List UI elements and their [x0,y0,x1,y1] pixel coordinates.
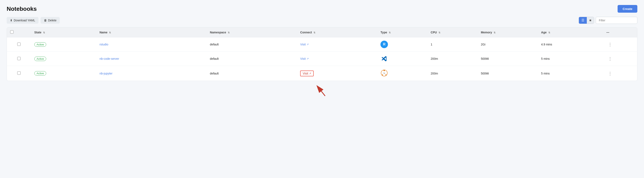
row3-checkbox[interactable] [17,71,20,75]
row2-type [377,52,427,66]
memory-sort-icon: ⇅ [494,31,496,34]
create-button[interactable]: Create [618,5,637,13]
trash-icon: 🗑 [44,19,47,22]
row2-age: 5 mins [538,52,603,66]
row1-visit-link[interactable]: Visit ↗ [300,43,308,46]
row3-checkbox-cell [7,66,31,81]
delete-button[interactable]: 🗑 Delete [40,17,60,24]
row2-external-link-icon: ↗ [306,57,309,60]
table-row: Active nb-jupyter default Visit ↗ [7,66,637,81]
row2-actions-cell: ⋮ [603,52,637,66]
age-sort-icon: ⇅ [548,31,550,34]
row3-age: 5 mins [538,66,603,81]
header-type[interactable]: Type ⇅ [377,27,427,37]
row2-checkbox[interactable] [17,57,20,60]
row2-connect: Visit ↗ [297,52,377,66]
connect-label: Connect [300,31,312,34]
table-body: Active rstudio default Visit ↗ R 1 2Gi [7,37,637,81]
red-arrow-indicator [314,85,330,97]
filter-input[interactable] [596,17,637,24]
row1-actions-button[interactable]: ⋮ [606,41,614,47]
select-all-checkbox[interactable] [10,30,14,34]
row1-type-icon-r: R [380,41,388,48]
list-view-button[interactable]: ☰ [579,17,587,24]
page-title: Notebooks [7,5,37,12]
grid-view-button[interactable]: ■ [587,17,594,24]
grid-view-icon: ■ [589,18,591,22]
notebooks-table-container: State ⇅ Name ⇅ Namespace ⇅ Connect ⇅ Typ… [7,27,637,81]
row1-actions-cell: ⋮ [603,37,637,52]
header-cpu[interactable]: CPU ⇅ [428,27,478,37]
view-toggle: ☰ ■ [579,17,594,24]
arrow-container [7,85,637,97]
row3-actions-cell: ⋮ [603,66,637,81]
row3-type-icon-jupyter: Ju [380,69,388,77]
header-age[interactable]: Age ⇅ [538,27,603,37]
toolbar: ⬇ Download YAML 🗑 Delete ☰ ■ [7,17,637,24]
list-view-icon: ☰ [582,18,584,22]
row2-namespace: default [206,52,297,66]
row3-memory: 500Mi [478,66,538,81]
name-sort-icon: ⇅ [109,31,111,34]
row2-checkbox-cell [7,52,31,66]
row1-age: 4.9 mins [538,37,603,52]
row1-state: Active [31,37,96,52]
cpu-sort-icon: ⇅ [438,31,440,34]
download-yaml-button[interactable]: ⬇ Download YAML [7,17,38,24]
table-row: Active rstudio default Visit ↗ R 1 2Gi [7,37,637,52]
toolbar-left: ⬇ Download YAML 🗑 Delete [7,17,60,24]
row3-namespace: default [206,66,297,81]
age-label: Age [541,31,546,34]
row2-cpu: 200m [428,52,478,66]
row1-visit-label: Visit [300,43,306,46]
download-icon: ⬇ [10,19,12,22]
download-yaml-label: Download YAML [14,19,35,22]
row1-namespace: default [206,37,297,52]
row1-memory: 2Gi [478,37,538,52]
page-header: Notebooks Create [7,5,637,13]
row2-memory: 500Mi [478,52,538,66]
header-connect[interactable]: Connect ⇅ [297,27,377,37]
row3-state-badge: Active [34,71,46,76]
header-checkbox-cell [7,27,31,37]
row3-state: Active [31,66,96,81]
delete-label: Delete [48,19,56,22]
row1-checkbox[interactable] [17,43,20,46]
notebooks-table: State ⇅ Name ⇅ Namespace ⇅ Connect ⇅ Typ… [7,27,637,81]
table-row: Active nb-code-server default Visit ↗ [7,52,637,66]
state-label: State [34,31,42,34]
row3-cpu: 200m [428,66,478,81]
type-sort-icon: ⇅ [389,31,391,34]
row1-checkbox-cell [7,37,31,52]
row1-type: R [377,37,427,52]
svg-point-3 [386,74,386,75]
row3-visit-link[interactable]: Visit ↗ [300,71,314,76]
namespace-label: Namespace [210,31,226,34]
row3-connect: Visit ↗ [297,66,377,81]
row2-name-link[interactable]: nb-code-server [100,57,119,60]
row2-visit-label: Visit [300,57,306,60]
cpu-label: CPU [431,31,437,34]
row1-state-badge: Active [34,42,46,47]
row2-visit-link[interactable]: Visit ↗ [300,57,308,60]
name-label: Name [100,31,107,34]
header-namespace[interactable]: Namespace ⇅ [206,27,297,37]
header-memory[interactable]: Memory ⇅ [478,27,538,37]
toolbar-right: ☰ ■ [579,17,637,24]
row2-actions-button[interactable]: ⋮ [606,56,614,62]
header-actions: — [603,27,637,37]
namespace-sort-icon: ⇅ [228,31,230,34]
row3-actions-button[interactable]: ⋮ [606,71,614,76]
row3-type: Ju [377,66,427,81]
row1-external-link-icon: ↗ [306,43,309,46]
row3-name-link[interactable]: nb-jupyter [100,72,112,75]
row2-state-badge: Active [34,57,46,61]
header-state[interactable]: State ⇅ [31,27,96,37]
header-name[interactable]: Name ⇅ [96,27,206,37]
row2-type-icon-vscode [380,55,388,62]
row1-name-link[interactable]: rstudio [100,43,108,46]
row3-external-link-icon: ↗ [309,72,311,75]
row1-connect: Visit ↗ [297,37,377,52]
row2-name: nb-code-server [96,52,206,66]
svg-text:Ju: Ju [383,72,385,74]
